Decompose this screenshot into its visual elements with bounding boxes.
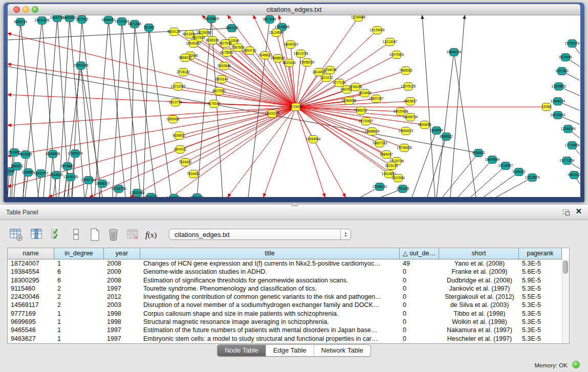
table-cell: 18724007 bbox=[8, 259, 54, 268]
tab-edge-table[interactable]: Edge Table bbox=[266, 345, 314, 356]
select-columns-icon[interactable] bbox=[30, 228, 44, 242]
table-cell: Tibbo et al. (1998) bbox=[439, 310, 519, 318]
table-row[interactable]: 2242004622012Investigating the contribut… bbox=[8, 293, 562, 301]
graph-node-label: 12505135 bbox=[63, 175, 78, 179]
table-cell: Wolkin et al. (1998) bbox=[439, 318, 519, 326]
graph-node-label: 18300295 bbox=[265, 112, 280, 115]
graph-node-label: 10929202 bbox=[167, 196, 182, 197]
table-cell: 9463627 bbox=[8, 335, 54, 343]
table-cell: 0 bbox=[400, 268, 439, 276]
function-icon[interactable]: f(x) bbox=[145, 230, 160, 244]
table-cell: 14569117 bbox=[8, 301, 54, 309]
graph-edge bbox=[296, 72, 319, 107]
table-cell: 1 bbox=[54, 310, 104, 318]
graph-node-label: 16409544 bbox=[485, 158, 500, 161]
scrollbar-thumb[interactable] bbox=[563, 260, 568, 274]
graph-node-label: 12125439 bbox=[370, 28, 385, 32]
column-header-out_de[interactable]: △ out_de… bbox=[400, 248, 439, 259]
graph-node-label: 2367608 bbox=[231, 46, 245, 49]
table-row[interactable]: 1872400712008Changes of HCN gene express… bbox=[8, 259, 562, 268]
network-view-window: citations_edges.txt 93557242069140620097… bbox=[4, 3, 584, 202]
graph-node-label: 2803144 bbox=[215, 77, 228, 81]
table-row[interactable]: 946362711997Embryonic stem cells: a mode… bbox=[8, 335, 562, 343]
table-cell: 1998 bbox=[104, 310, 140, 318]
tab-node-table[interactable]: Node Table bbox=[217, 345, 266, 356]
graph-node-label: 9827503 bbox=[192, 36, 205, 39]
delete-icon[interactable] bbox=[106, 228, 121, 242]
memory-status-icon[interactable] bbox=[572, 361, 580, 368]
graph-node-label: 10025458 bbox=[394, 110, 408, 113]
graph-node-label: 12923448 bbox=[130, 191, 145, 194]
panel-resize-grip[interactable] bbox=[292, 203, 298, 206]
graph-node-label: 11154408 bbox=[351, 15, 365, 19]
graph-node-label: 15751074 bbox=[565, 41, 580, 45]
table-cell: 5.3E-5 bbox=[519, 301, 562, 309]
float-panel-icon[interactable] bbox=[563, 209, 570, 215]
graph-node-label: 16033809 bbox=[204, 17, 219, 20]
memory-status-label: Memory: OK bbox=[534, 362, 568, 368]
graph-edge bbox=[43, 18, 57, 197]
table-cell: 6 bbox=[54, 276, 104, 285]
table-cell: 1997 bbox=[104, 326, 140, 334]
table-cell: 2003 bbox=[104, 301, 140, 309]
graph-node-label: 9355724 bbox=[14, 20, 27, 24]
graph-node-label: 9984067 bbox=[380, 152, 393, 156]
graph-node-label: 8938922 bbox=[440, 135, 453, 138]
new-file-icon[interactable] bbox=[88, 228, 102, 242]
graph-node-label: 9699695 bbox=[418, 123, 431, 126]
table-cell: 5.6E-5 bbox=[519, 268, 562, 276]
table-cell: 0 bbox=[400, 293, 439, 301]
graph-node-label: 9227343 bbox=[555, 69, 569, 73]
tab-network-table[interactable]: Network Table bbox=[314, 345, 371, 356]
table-cell: Changes of HCN gene expression and I(f) … bbox=[140, 259, 400, 268]
table-row[interactable]: 1938455462009Genome-wide association stu… bbox=[8, 268, 562, 276]
network-canvas[interactable]: 9355724206914062009778510653287152760264… bbox=[8, 15, 580, 197]
table-cell: 9699695 bbox=[8, 318, 54, 326]
panel-title: Table Panel bbox=[6, 209, 38, 216]
column-header-in_degree[interactable]: in_degree bbox=[54, 248, 104, 259]
table-cell: Dudbridge et al. (2008) bbox=[439, 276, 519, 285]
column-header-year[interactable]: year bbox=[104, 248, 140, 259]
table-header-row: namein_degreeyeartitle△ out_de…shortpage… bbox=[8, 248, 569, 259]
column-header-name[interactable]: name bbox=[8, 248, 54, 259]
graph-node-label: 15124549 bbox=[269, 31, 284, 34]
graph-edge bbox=[228, 107, 296, 197]
graph-node-label: 12975125 bbox=[401, 84, 416, 88]
column-header-pagerank[interactable]: pagerank bbox=[519, 248, 562, 259]
table-cell: 0 bbox=[400, 310, 439, 318]
table-selector-dropdown[interactable]: citations_edges.txt ▲▼ bbox=[169, 229, 351, 240]
graph-node-label: 9194033 bbox=[190, 195, 204, 197]
checklist-icon[interactable] bbox=[50, 228, 64, 242]
column-header-short[interactable]: short bbox=[439, 248, 519, 259]
table-row[interactable]: 1830029562008Estimation of significance … bbox=[8, 276, 562, 285]
graph-node-label: 20206535 bbox=[46, 152, 60, 156]
graph-node-label: 1621072 bbox=[320, 76, 333, 79]
graph-node-label: 9242848 bbox=[217, 64, 231, 68]
table-settings-icon[interactable] bbox=[9, 228, 24, 242]
graph-node-label: 9463627 bbox=[404, 99, 417, 103]
graph-node-label: 9463312 bbox=[568, 173, 580, 177]
table-cell: 9777169 bbox=[8, 310, 54, 318]
graph-node-label: 4746266 bbox=[349, 85, 362, 89]
graph-node-label: 17710554 bbox=[565, 143, 580, 147]
close-panel-icon[interactable]: ✕ bbox=[575, 207, 582, 215]
graph-node-label: 7485063 bbox=[399, 69, 412, 72]
column-header-title[interactable]: title bbox=[140, 248, 400, 259]
window-titlebar[interactable]: citations_edges.txt bbox=[8, 4, 580, 15]
table-row[interactable]: 1456911722003Disruption of a novel membe… bbox=[8, 301, 562, 309]
table-row[interactable]: 977716911998Corpus callosum shape and si… bbox=[8, 310, 562, 318]
table-row[interactable]: 969969511998Structural magnetic resonanc… bbox=[8, 318, 562, 326]
table-cell: 18300295 bbox=[8, 276, 54, 285]
table-vertical-scrollbar[interactable] bbox=[562, 259, 569, 343]
table-cell: 2012 bbox=[104, 293, 140, 301]
graph-node-label: 19654923 bbox=[399, 129, 413, 133]
table-cell: 1998 bbox=[104, 318, 140, 326]
table-cell: 0 bbox=[400, 318, 439, 326]
table-row[interactable]: 946554611997Estimation of the future num… bbox=[8, 326, 562, 334]
table-row[interactable]: 911546021997Tourette syndrome. Phenomeno… bbox=[8, 285, 562, 293]
stacked-rows-icon[interactable] bbox=[70, 228, 84, 242]
graph-node-label: 10719184 bbox=[115, 19, 129, 23]
table-cell: Estimation of the future numbers of pati… bbox=[140, 326, 400, 334]
table-body: 1872400712008Changes of HCN gene express… bbox=[8, 259, 562, 343]
network-graph[interactable]: 9355724206914062009778510653287152760264… bbox=[8, 15, 580, 197]
